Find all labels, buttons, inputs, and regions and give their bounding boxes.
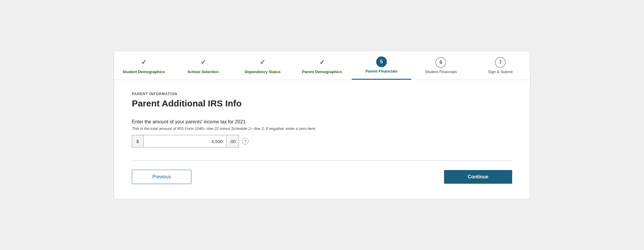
field-question: Enter the amount of your parents' income… — [132, 119, 512, 125]
income-tax-amount-input[interactable] — [143, 135, 226, 147]
step-parent-financials[interactable]: 5 Parent Financials — [352, 51, 411, 80]
stepper-nav: ✓ Student Demographics ✓ School Selectio… — [114, 51, 530, 80]
currency-input-wrapper: $ .00 — [132, 135, 239, 147]
step-label-dependency-status: Dependency Status — [245, 70, 281, 74]
step-school-selection[interactable]: ✓ School Selection — [173, 51, 233, 80]
step-label-parent-demographics: Parent Demographics — [302, 70, 342, 74]
step-label-school-selection: School Selection — [187, 70, 219, 74]
step-icon-student-financials: 6 — [435, 57, 446, 68]
step-icon-school-selection: ✓ — [198, 57, 209, 68]
currency-prefix: $ — [132, 135, 143, 147]
step-student-financials[interactable]: 6 Student Financials — [411, 51, 471, 80]
section-divider — [132, 161, 512, 161]
section-label: PARENT INFORMATION — [132, 92, 512, 96]
previous-button[interactable]: Previous — [132, 170, 191, 184]
button-row: Previous Continue — [132, 170, 512, 184]
field-hint: This is the total amount of IRS Form 104… — [132, 126, 512, 131]
help-icon[interactable]: ? — [242, 138, 248, 144]
step-icon-dependency-status: ✓ — [257, 57, 268, 68]
step-parent-demographics[interactable]: ✓ Parent Demographics — [292, 51, 352, 80]
section-title: Parent Additional IRS Info — [132, 98, 512, 109]
main-content: PARENT INFORMATION Parent Additional IRS… — [114, 80, 530, 199]
step-sign-submit[interactable]: 7 Sign & Submit — [471, 51, 530, 80]
income-tax-input-row: $ .00 ? — [132, 135, 512, 147]
step-icon-parent-financials: 5 — [376, 56, 387, 67]
continue-button[interactable]: Continue — [444, 170, 512, 184]
step-label-student-financials: Student Financials — [425, 70, 457, 74]
step-student-demographics[interactable]: ✓ Student Demographics — [114, 51, 173, 80]
page-container: ✓ Student Demographics ✓ School Selectio… — [114, 51, 530, 199]
step-label-student-demographics: Student Demographics — [123, 70, 165, 74]
step-icon-student-demographics: ✓ — [138, 57, 149, 68]
currency-cents: .00 — [226, 135, 239, 147]
step-icon-sign-submit: 7 — [495, 57, 506, 68]
step-dependency-status[interactable]: ✓ Dependency Status — [233, 51, 292, 80]
step-label-parent-financials: Parent Financials — [365, 69, 398, 73]
step-icon-parent-demographics: ✓ — [317, 57, 327, 68]
step-label-sign-submit: Sign & Submit — [488, 70, 512, 74]
